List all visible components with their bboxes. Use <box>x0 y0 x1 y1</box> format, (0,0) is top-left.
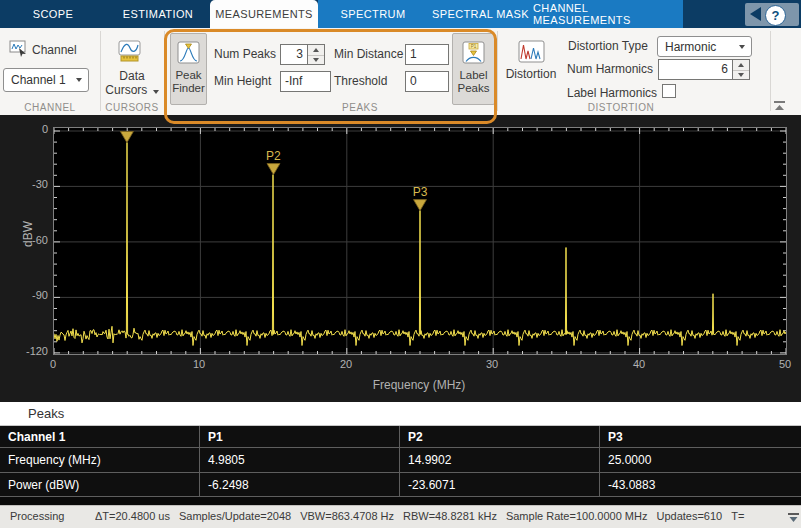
tab-spectral-mask[interactable]: SPECTRAL MASK <box>428 0 533 28</box>
num-peaks-spinner-up[interactable] <box>308 45 324 55</box>
svg-text:P1: P1 <box>471 44 477 49</box>
spectrum-plot-panel: P1P2P3 0-30-60-90-120 01020304050 dBW Fr… <box>0 115 801 402</box>
table-cell: -23.6071 <box>400 473 600 497</box>
table-header-cell: P2 <box>400 426 600 448</box>
tab-scope[interactable]: SCOPE <box>0 0 106 28</box>
section-label-channel: CHANNEL <box>0 102 100 113</box>
tab-estimation[interactable]: ESTIMATION <box>106 0 210 28</box>
table-cell: Power (dBW) <box>0 473 200 497</box>
num-peaks-input[interactable]: 3 <box>280 44 308 65</box>
table-header-cell: P1 <box>200 426 400 448</box>
peaks-panel-header: Peaks <box>0 402 801 425</box>
tab-channel-measurements[interactable]: CHANNEL MEASUREMENTS <box>533 0 683 28</box>
distortion-type-select[interactable]: Harmonic <box>657 36 752 57</box>
x-tick-label: 0 <box>33 358 73 370</box>
status-state: Processing <box>10 510 64 522</box>
min-distance-label: Min Distance <box>334 47 403 61</box>
num-peaks-label: Num Peaks <box>214 47 276 61</box>
section-label-distortion: DISTORTION <box>497 102 745 113</box>
divider <box>164 31 165 111</box>
data-cursors-label-line2[interactable]: Cursors <box>103 83 161 97</box>
num-harmonics-input[interactable]: 6 <box>658 59 733 80</box>
min-distance-input[interactable]: 1 <box>405 44 449 65</box>
channel-select[interactable]: Channel 1 <box>3 68 89 92</box>
data-cursors-icon[interactable] <box>118 40 142 63</box>
channel-select-value: Channel 1 <box>11 73 66 87</box>
table-cell: -43.0883 <box>600 473 801 497</box>
status-bar: Processing ΔT=20.4800 usSamples/Update=2… <box>0 505 801 528</box>
x-axis-title: Frequency (MHz) <box>319 378 519 392</box>
status-delta-t: ΔT=20.4800 us <box>95 510 170 522</box>
table-cell: 14.9902 <box>400 448 600 473</box>
channel-button-label[interactable]: Channel <box>32 43 77 57</box>
y-tick-label: 0 <box>4 123 48 135</box>
chevron-down-icon <box>739 45 745 49</box>
x-tick-label: 40 <box>619 358 659 370</box>
label-peaks-label-line1: Label <box>459 69 487 82</box>
distortion-icon <box>518 40 545 63</box>
chevron-left-icon <box>750 7 761 21</box>
status-updates: Updates=610 <box>656 510 722 522</box>
num-harmonics-label: Num Harmonics <box>567 62 653 76</box>
label-peaks-label-line2: Peaks <box>458 82 490 95</box>
label-peaks-button[interactable]: P1 Label Peaks <box>452 33 495 105</box>
plot-axes[interactable]: P1P2P3 <box>53 127 787 355</box>
peaks-panel-title: Peaks <box>28 406 64 421</box>
chevron-down-icon <box>76 78 82 82</box>
help-button[interactable]: ? <box>745 3 799 26</box>
toolstrip: Channel Channel 1 CHANNEL Data Cursors C… <box>0 28 801 115</box>
divider <box>497 31 498 111</box>
label-harmonics-checkbox[interactable] <box>662 84 676 98</box>
status-items: ΔT=20.4800 usSamples/Update=2048VBW=863.… <box>95 510 788 522</box>
y-tick-label: -120 <box>4 345 48 357</box>
toolstrip-tabbar: SCOPE ESTIMATION MEASUREMENTS SPECTRUM S… <box>0 0 801 28</box>
label-peaks-icon: P1 <box>462 41 485 64</box>
y-tick-label: -90 <box>4 289 48 301</box>
table-cell: 4.9805 <box>200 448 400 473</box>
peak-marker-P1 <box>120 132 133 143</box>
peak-marker-P2 <box>267 164 280 175</box>
peak-finder-label-line1: Peak <box>175 69 201 82</box>
status-sample-rate: Sample Rate=100.0000 MHz <box>506 510 648 522</box>
label-harmonics-label: Label Harmonics <box>567 86 657 100</box>
section-label-peaks: PEAKS <box>194 102 526 113</box>
peak-label-P1: P1 <box>120 128 135 131</box>
status-vbw: VBW=863.4708 Hz <box>300 510 394 522</box>
dock-bottom-icon[interactable] <box>787 510 800 524</box>
chevron-down-icon <box>153 90 159 94</box>
num-peaks-spinner <box>308 44 325 65</box>
table-scroll-strip[interactable] <box>0 497 801 505</box>
x-tick-label: 30 <box>472 358 512 370</box>
table-cell: -6.2498 <box>200 473 400 497</box>
num-harmonics-spinner-down[interactable] <box>733 70 749 80</box>
num-peaks-spinner-down[interactable] <box>308 55 324 65</box>
distortion-button-label: Distortion <box>506 68 557 81</box>
peak-finder-button[interactable]: Peak Finder <box>170 33 207 105</box>
collapse-toolstrip-button[interactable] <box>772 100 788 112</box>
data-cursors-label-line1[interactable]: Data <box>103 69 161 83</box>
channel-icon <box>9 40 29 58</box>
min-height-input[interactable]: -Inf <box>280 71 331 92</box>
status-samples-update: Samples/Update=2048 <box>179 510 291 522</box>
distortion-button[interactable]: Distortion <box>504 33 558 105</box>
num-harmonics-spinner-up[interactable] <box>733 60 749 70</box>
x-tick-label: 50 <box>765 358 801 370</box>
spectrum-trace: P1P2P3 <box>54 128 786 354</box>
peak-marker-P3 <box>414 200 427 211</box>
tab-measurements[interactable]: MEASUREMENTS <box>210 0 318 28</box>
distortion-type-value: Harmonic <box>665 40 716 54</box>
table-header-cell: P3 <box>600 426 801 448</box>
peaks-table: Channel 1 P1 P2 P3 Frequency (MHz) 4.980… <box>0 425 801 497</box>
peak-label-P2: P2 <box>266 149 281 163</box>
tab-spectrum[interactable]: SPECTRUM <box>318 0 428 28</box>
x-tick-label: 20 <box>326 358 366 370</box>
threshold-input[interactable]: 0 <box>405 71 449 92</box>
y-tick-label: -30 <box>4 178 48 190</box>
num-harmonics-spinner <box>733 59 750 80</box>
spectrum-analyzer-window: SCOPE ESTIMATION MEASUREMENTS SPECTRUM S… <box>0 0 801 528</box>
divider <box>770 31 771 111</box>
table-cell: Frequency (MHz) <box>0 448 200 473</box>
y-axis-title: dBW <box>21 214 35 254</box>
divider <box>100 31 101 111</box>
table-header-cell: Channel 1 <box>0 426 200 448</box>
